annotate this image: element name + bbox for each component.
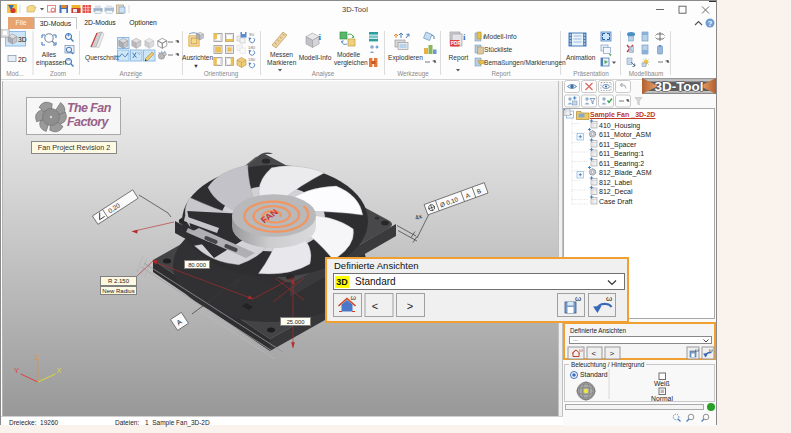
svg-text:PDF: PDF — [451, 41, 461, 46]
svg-text:180: 180 — [248, 45, 256, 50]
svg-text:Y: Y — [14, 366, 19, 375]
svg-text:ω: ω — [709, 346, 713, 352]
svg-text:4x: 4x — [414, 212, 424, 221]
svg-text:ω: ω — [351, 294, 357, 301]
svg-text:ω: ω — [695, 346, 699, 352]
svg-text:2D: 2D — [18, 56, 27, 63]
svg-text:90: 90 — [249, 32, 254, 37]
svg-text:3D-Tool: 3D-Tool — [654, 79, 703, 94]
svg-text:ω: ω — [579, 346, 583, 352]
svg-text:<: < — [592, 349, 597, 358]
svg-text:Z: Z — [35, 353, 40, 362]
svg-text:180: 180 — [248, 57, 256, 62]
svg-text:ω: ω — [575, 294, 581, 303]
svg-text:>: > — [407, 300, 413, 312]
svg-text:i: i — [463, 32, 466, 42]
svg-text:>: > — [610, 349, 615, 358]
svg-text:i: i — [319, 32, 322, 42]
svg-text:X: X — [56, 366, 61, 375]
svg-text:?: ? — [708, 19, 713, 28]
svg-text:3D: 3D — [18, 36, 27, 43]
svg-text:<: < — [372, 300, 378, 312]
svg-text:ω: ω — [606, 294, 612, 303]
